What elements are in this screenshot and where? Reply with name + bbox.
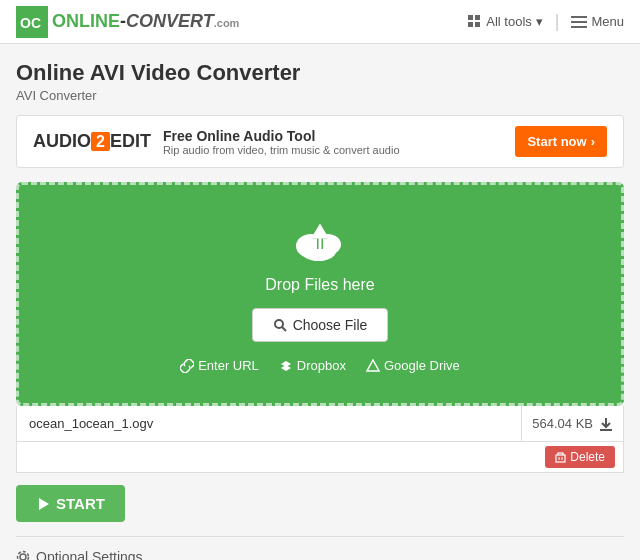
optional-settings: Optional Settings Choose a Preset: no pr… [16, 536, 624, 560]
svg-rect-21 [556, 455, 565, 462]
choose-file-label: Choose File [293, 317, 368, 333]
source-links: Enter URL Dropbox Google Drive [39, 358, 601, 373]
ad-btn-arrow-icon: › [591, 134, 595, 149]
ad-left: AUDIO2EDIT Free Online Audio Tool Rip au… [33, 128, 400, 156]
svg-rect-7 [571, 21, 587, 23]
delete-label: Delete [570, 450, 605, 464]
svg-text:OC: OC [20, 15, 41, 31]
menu-label: Menu [591, 14, 624, 29]
logo[interactable]: OC ONLINE-CONVERT.com [16, 6, 239, 38]
svg-rect-6 [571, 16, 587, 18]
svg-marker-17 [281, 365, 291, 371]
menu-button[interactable]: Menu [571, 14, 624, 29]
ad-logo-audio: AUDIO [33, 131, 91, 151]
google-drive-label: Google Drive [384, 358, 460, 373]
gear-icon [16, 550, 30, 560]
ad-logo-edit: EDIT [110, 131, 151, 151]
svg-rect-3 [475, 15, 480, 20]
play-icon [36, 497, 50, 511]
page-content: Online AVI Video Converter AVI Converter… [0, 44, 640, 560]
optional-settings-label: Optional Settings [36, 549, 143, 560]
grid-icon [468, 15, 482, 29]
ad-description: Rip audio from video, trim music & conve… [163, 144, 400, 156]
page-subtitle: AVI Converter [16, 88, 624, 103]
ad-headline: Free Online Audio Tool [163, 128, 400, 144]
hamburger-icon [571, 16, 587, 28]
svg-line-15 [282, 327, 286, 331]
ad-cta-button[interactable]: Start now › [515, 126, 607, 157]
all-tools-dropdown[interactable]: All tools ▾ [468, 14, 543, 29]
logo-text: ONLINE-CONVERT.com [52, 11, 239, 32]
all-tools-label: All tools [486, 14, 532, 29]
chevron-down-icon: ▾ [536, 14, 543, 29]
ad-btn-label: Start now [527, 134, 586, 149]
start-section: START [16, 473, 624, 532]
cloud-upload-icon [290, 215, 350, 265]
ad-text: Free Online Audio Tool Rip audio from vi… [163, 128, 400, 156]
site-header: OC ONLINE-CONVERT.com All tools ▾ | Menu [0, 0, 640, 44]
delete-row: Delete [16, 442, 624, 473]
svg-point-28 [20, 554, 26, 560]
ad-logo-num: 2 [91, 132, 110, 151]
svg-point-29 [18, 552, 29, 561]
svg-point-14 [275, 320, 283, 328]
drop-text: Drop Files here [39, 276, 601, 294]
ad-logo: AUDIO2EDIT [33, 131, 151, 152]
svg-marker-27 [39, 498, 49, 510]
file-row: ocean_1ocean_1.ogv 564.04 KB [16, 406, 624, 442]
delete-button[interactable]: Delete [545, 446, 615, 468]
search-icon [273, 318, 287, 332]
dropbox-label: Dropbox [297, 358, 346, 373]
logo-icon: OC [16, 6, 48, 38]
google-drive-icon [366, 359, 380, 373]
header-separator: | [555, 11, 560, 32]
header-right: All tools ▾ | Menu [468, 11, 624, 32]
start-label: START [56, 495, 105, 512]
file-size: 564.04 KB [522, 406, 623, 441]
file-name: ocean_1ocean_1.ogv [17, 406, 522, 441]
drop-zone[interactable]: Drop Files here Choose File Enter URL [16, 182, 624, 406]
svg-rect-8 [571, 26, 587, 28]
svg-rect-2 [468, 15, 473, 20]
svg-rect-5 [475, 22, 480, 27]
link-icon [180, 359, 194, 373]
svg-marker-18 [367, 360, 379, 371]
start-button[interactable]: START [16, 485, 125, 522]
dropbox-link[interactable]: Dropbox [279, 358, 346, 373]
choose-file-button[interactable]: Choose File [252, 308, 389, 342]
page-title: Online AVI Video Converter [16, 60, 624, 86]
dropbox-icon [279, 359, 293, 373]
google-drive-link[interactable]: Google Drive [366, 358, 460, 373]
svg-rect-4 [468, 22, 473, 27]
enter-url-label: Enter URL [198, 358, 259, 373]
trash-icon [555, 452, 566, 463]
download-icon [599, 417, 613, 431]
optional-settings-toggle[interactable]: Optional Settings [16, 549, 624, 560]
enter-url-link[interactable]: Enter URL [180, 358, 259, 373]
ad-banner: AUDIO2EDIT Free Online Audio Tool Rip au… [16, 115, 624, 168]
